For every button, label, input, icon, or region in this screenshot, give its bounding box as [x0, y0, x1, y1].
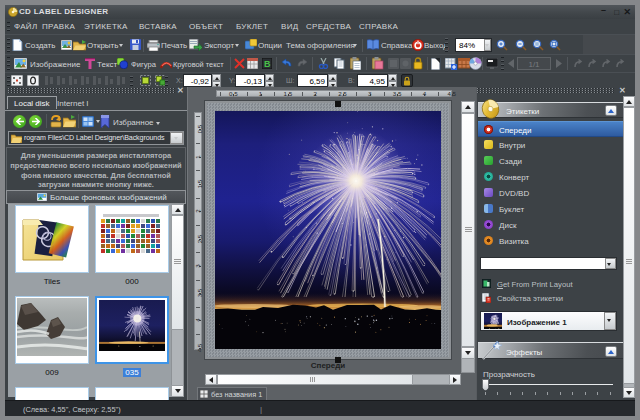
svg-text:B: B: [264, 59, 271, 69]
